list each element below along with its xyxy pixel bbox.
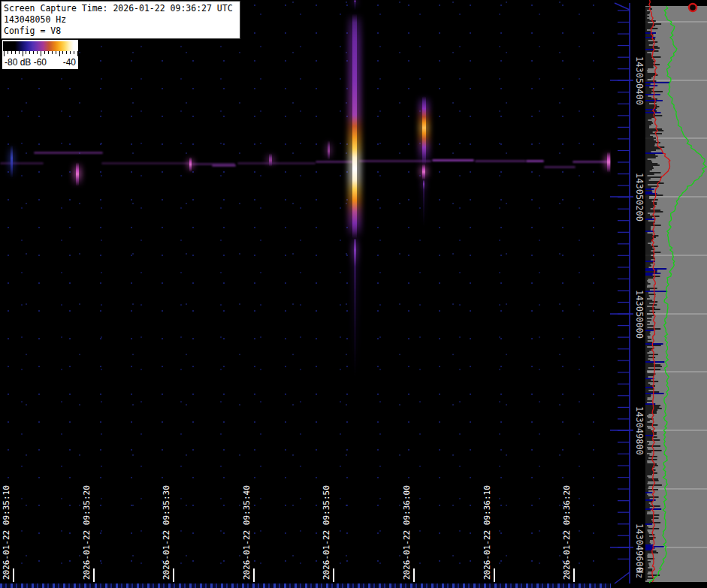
- color-scale-tick: [77, 51, 78, 56]
- color-scale-tick: [33, 51, 34, 54]
- signal-band-segment: [101, 162, 190, 164]
- freq-axis-label: 143050200: [635, 173, 644, 222]
- freq-axis-arrow-bottom: [615, 572, 630, 583]
- time-tick: [173, 568, 174, 582]
- color-gradient-bar: [3, 41, 77, 51]
- capture-time-text: Screen Capture Time: 2026-01-22 09:36:27…: [4, 3, 237, 14]
- color-scale-tick: [41, 51, 41, 56]
- signal-streak-core: [269, 153, 272, 167]
- time-label: 2026-01-22 09:35:50: [322, 485, 331, 580]
- freq-axis-label: 143049600: [635, 523, 644, 572]
- time-tick: [13, 568, 14, 582]
- color-scale-ruler: [3, 51, 77, 57]
- screen-capture: 2026-01-22 09:35:102026-01-22 09:35:2020…: [0, 0, 707, 588]
- signal-streak-core: [328, 140, 330, 160]
- signal-band-segment: [432, 159, 474, 161]
- signal-streak-core: [11, 145, 13, 178]
- signal-band-segment: [0, 162, 44, 164]
- signal-band-segment: [544, 166, 576, 168]
- color-scale-tick: [44, 51, 45, 54]
- frequency-axis: 1430504001430502001430500001430498001430…: [601, 0, 645, 588]
- signal-band-segment: [212, 164, 236, 167]
- freq-axis-unit: Hz: [635, 568, 644, 578]
- time-tick: [333, 568, 334, 582]
- overload-indicator-marker: [689, 4, 696, 11]
- time-tick: [573, 568, 575, 582]
- time-label: 2026-01-22 09:36:10: [483, 485, 492, 580]
- time-label: 2026-01-22 09:36:00: [403, 485, 412, 580]
- spectrum-graph-panel: [645, 0, 707, 588]
- signal-band-segment: [475, 160, 526, 162]
- color-scale-tick: [8, 51, 8, 54]
- time-tick: [93, 568, 95, 582]
- spacer: [47, 57, 63, 68]
- color-scale-tick: [19, 51, 20, 54]
- color-scale-tick: [29, 51, 30, 54]
- color-scale-tick: [66, 51, 67, 54]
- time-tick: [253, 568, 255, 582]
- color-scale-tick: [23, 51, 23, 56]
- time-label: 2026-01-22 09:35:10: [2, 485, 11, 580]
- time-tick: [413, 568, 415, 582]
- time-label: 2026-01-22 09:35:20: [83, 485, 92, 580]
- time-label: 2026-01-22 09:36:20: [563, 485, 572, 580]
- freq-axis-label: 143050400: [635, 56, 644, 105]
- color-scale-labels: -80 dB -60 -40: [2, 57, 78, 68]
- color-scale-tick: [74, 51, 74, 54]
- signal-streak-core: [422, 164, 425, 180]
- capture-info-box: Screen Capture Time: 2026-01-22 09:36:27…: [1, 1, 240, 39]
- time-label: 2026-01-22 09:35:30: [162, 485, 171, 580]
- signal-streak-core: [189, 157, 192, 172]
- color-scale-tick: [62, 51, 63, 54]
- time-tick: [494, 568, 495, 582]
- color-scale-legend: -80 dB -60 -40: [2, 40, 78, 69]
- freq-axis-label: 143049800: [635, 406, 644, 455]
- color-scale-tick: [26, 51, 26, 54]
- signal-streak-core: [354, 0, 356, 11]
- color-scale-tick: [48, 51, 49, 54]
- config-text: Config = V8: [4, 26, 237, 37]
- waterfall-bottom-noise: [0, 583, 611, 588]
- signal-band-segment: [526, 160, 544, 162]
- signal-band-segment: [34, 152, 103, 154]
- freq-axis-arrow-top: [615, 3, 630, 10]
- signal-band-segment: [237, 162, 316, 164]
- waterfall-display: 2026-01-22 09:35:102026-01-22 09:35:2020…: [0, 0, 611, 588]
- signal-streak-core: [76, 162, 79, 186]
- time-label: 2026-01-22 09:35:40: [243, 485, 252, 580]
- db-label-right: -40: [63, 57, 76, 68]
- db-label-left: -80 dB -60: [5, 57, 47, 68]
- color-scale-tick: [37, 51, 38, 54]
- signal-streak-core: [352, 14, 357, 239]
- signal-streak-core: [422, 96, 426, 165]
- freq-axis-label: 143050000: [635, 290, 644, 339]
- signal-streak-core: [354, 239, 356, 378]
- color-scale-tick: [56, 51, 56, 54]
- color-scale-tick: [59, 51, 60, 56]
- frequency-text: 143048050 Hz: [4, 14, 237, 26]
- color-scale-tick: [4, 51, 5, 56]
- color-scale-tick: [52, 51, 53, 54]
- color-scale-tick: [11, 51, 12, 54]
- color-scale-tick: [70, 51, 71, 54]
- signal-streak-core: [423, 180, 425, 227]
- color-scale-tick: [15, 51, 16, 54]
- spectrum-svg: [645, 0, 707, 588]
